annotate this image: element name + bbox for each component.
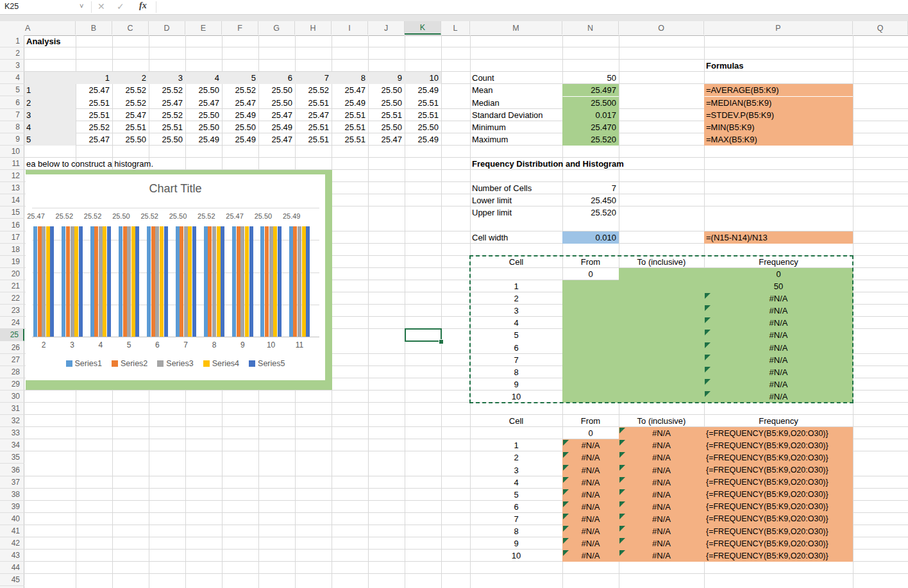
data-row-label[interactable]: 2 xyxy=(24,97,76,109)
data-value[interactable]: 25.50 xyxy=(258,97,295,109)
t2-header[interactable]: From xyxy=(562,415,619,427)
t2-from[interactable]: #N/A xyxy=(562,513,619,525)
t2-to[interactable]: #N/A xyxy=(619,439,704,451)
row-header-4[interactable]: 4 xyxy=(0,72,24,84)
data-value[interactable]: 25.50 xyxy=(222,121,258,133)
enter-icon[interactable]: ✓ xyxy=(117,1,124,12)
t1-frequency[interactable]: #N/A xyxy=(704,354,853,366)
data-value[interactable]: 25.51 xyxy=(405,97,441,109)
bar-series1-cat2[interactable] xyxy=(33,226,37,337)
formulas-header[interactable]: Formulas xyxy=(704,60,853,72)
column-header-I[interactable]: I xyxy=(332,21,368,35)
bar-series4-cat9[interactable] xyxy=(245,226,249,337)
data-value[interactable]: 25.47 xyxy=(76,84,112,96)
chevron-down-icon[interactable]: ˅ xyxy=(80,2,83,10)
data-col-header[interactable]: 10 xyxy=(405,72,441,84)
bar-series4-cat10[interactable] xyxy=(273,226,277,337)
data-value[interactable]: 25.52 xyxy=(295,84,332,96)
t2-frequency[interactable]: {=FREQUENCY(B5:K9,O20:O30)} xyxy=(704,489,853,501)
data-value[interactable]: 25.49 xyxy=(332,97,368,109)
data-value[interactable]: 25.52 xyxy=(149,109,185,121)
data-value[interactable]: 25.47 xyxy=(368,133,405,146)
t2-to[interactable]: #N/A xyxy=(619,476,704,489)
data-value[interactable]: 25.52 xyxy=(149,84,185,96)
stat-value[interactable]: 50 xyxy=(562,72,619,84)
selected-cell[interactable] xyxy=(405,328,442,342)
freq-param-value[interactable]: 7 xyxy=(562,182,619,194)
row-header-5[interactable]: 5 xyxy=(0,84,24,96)
data-col-header[interactable]: 8 xyxy=(332,72,368,84)
row-header-23[interactable]: 23 xyxy=(0,305,24,317)
bar-series4-cat2[interactable] xyxy=(46,226,50,337)
t1-from[interactable]: 0 xyxy=(562,268,619,280)
bar-series2-cat6[interactable] xyxy=(151,226,155,337)
row-header-39[interactable]: 39 xyxy=(0,501,24,513)
bar-series5-cat3[interactable] xyxy=(79,226,83,337)
column-header-G[interactable]: G xyxy=(258,21,295,35)
legend-item-series5[interactable]: Series5 xyxy=(249,359,285,368)
bar-series5-cat5[interactable] xyxy=(135,226,139,337)
bar-series5-cat6[interactable] xyxy=(164,226,168,337)
column-header-K[interactable]: K xyxy=(405,21,441,35)
bar-series5-cat11[interactable] xyxy=(306,226,310,337)
column-header-B[interactable]: B xyxy=(76,21,112,35)
data-col-header[interactable]: 3 xyxy=(149,72,185,84)
data-value[interactable]: 25.49 xyxy=(258,121,295,133)
row-header-21[interactable]: 21 xyxy=(0,280,24,292)
bar-series1-cat8[interactable] xyxy=(204,226,208,337)
bar-series4-cat4[interactable] xyxy=(103,226,106,337)
bar-series3-cat2[interactable] xyxy=(42,226,46,337)
bar-series3-cat6[interactable] xyxy=(155,226,159,337)
t2-to[interactable]: #N/A xyxy=(619,464,704,476)
row-header-7[interactable]: 7 xyxy=(0,109,24,121)
chart[interactable]: Chart Title Series1Series2Series3Series4… xyxy=(26,174,325,380)
data-col-header[interactable]: 7 xyxy=(295,72,332,84)
row-header-17[interactable]: 17 xyxy=(0,231,24,244)
t2-to[interactable]: #N/A xyxy=(619,537,704,550)
t2-to[interactable]: #N/A xyxy=(619,513,704,525)
data-value[interactable]: 25.47 xyxy=(222,97,258,109)
t2-cell-num[interactable]: 9 xyxy=(470,537,562,550)
t2-cell-num[interactable]: 2 xyxy=(470,451,562,464)
row-header-33[interactable]: 33 xyxy=(0,427,24,439)
data-col-header[interactable]: 6 xyxy=(258,72,295,84)
column-header-M[interactable]: M xyxy=(470,21,562,35)
stat-label[interactable]: Standard Deviation xyxy=(470,109,562,121)
data-value[interactable]: 25.47 xyxy=(295,109,332,121)
row-header-29[interactable]: 29 xyxy=(0,378,24,391)
note-text[interactable]: ea below to construct a histogram. xyxy=(24,158,332,170)
data-value[interactable]: 25.50 xyxy=(368,84,405,96)
bar-series4-cat11[interactable] xyxy=(302,226,306,337)
column-header-F[interactable]: F xyxy=(222,21,258,35)
row-header-2[interactable]: 2 xyxy=(0,47,24,60)
bar-series4-cat5[interactable] xyxy=(131,226,135,337)
data-value[interactable]: 25.50 xyxy=(149,133,185,146)
data-value[interactable]: 25.47 xyxy=(185,97,222,109)
t2-cell-num[interactable]: 6 xyxy=(470,501,562,513)
chart-legend[interactable]: Series1Series2Series3Series4Series5 xyxy=(26,359,325,368)
cancel-icon[interactable]: ✕ xyxy=(97,1,105,12)
t1-cell-num[interactable]: 9 xyxy=(470,378,562,391)
t2-from[interactable]: #N/A xyxy=(562,476,619,489)
t2-cell-num[interactable]: 10 xyxy=(470,550,562,562)
data-row-label[interactable]: 5 xyxy=(24,133,76,146)
data-value[interactable]: 25.50 xyxy=(185,109,222,121)
stat-label[interactable]: Mean xyxy=(470,84,562,96)
stat-label[interactable]: Count xyxy=(470,72,562,84)
data-row-label[interactable]: 3 xyxy=(24,109,76,121)
data-value[interactable]: 25.51 xyxy=(295,121,332,133)
stat-value[interactable]: 25.470 xyxy=(562,121,619,133)
t1-frequency[interactable]: #N/A xyxy=(704,342,853,354)
bar-series4-cat8[interactable] xyxy=(217,226,221,337)
data-value[interactable]: 25.49 xyxy=(405,133,441,146)
row-header-25[interactable]: 25 xyxy=(0,329,24,341)
row-header-28[interactable]: 28 xyxy=(0,366,24,378)
data-value[interactable]: 25.50 xyxy=(368,121,405,133)
t2-from[interactable]: #N/A xyxy=(562,525,619,537)
bar-series5-cat2[interactable] xyxy=(50,226,54,337)
t1-header[interactable]: Frequency xyxy=(704,256,853,268)
row-header-45[interactable]: 45 xyxy=(0,574,24,586)
t2-from[interactable]: #N/A xyxy=(562,451,619,464)
t2-header[interactable]: Frequency xyxy=(704,415,853,427)
t1-frequency[interactable]: 0 xyxy=(704,268,853,280)
